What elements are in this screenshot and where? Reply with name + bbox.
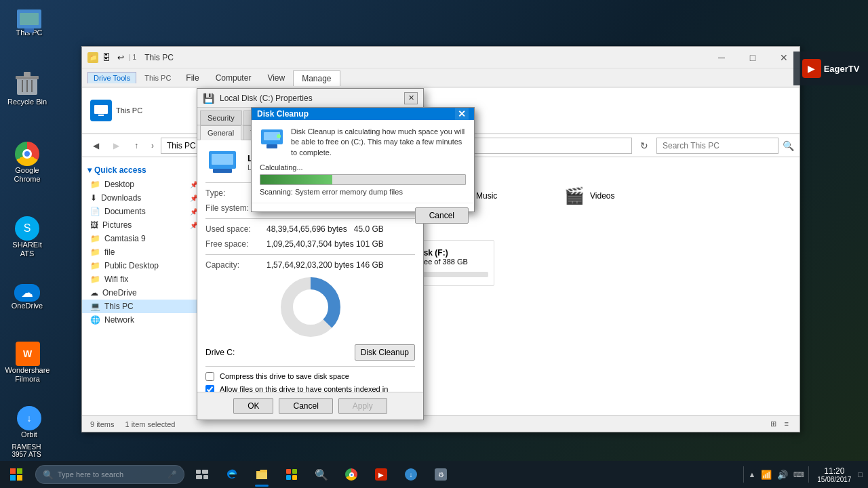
taskbar-app3[interactable]: ⚙ — [426, 461, 456, 488]
tab-view[interactable]: View — [259, 70, 293, 85]
taskbar-file-explorer[interactable] — [247, 461, 277, 488]
sidebar-item-pictures[interactable]: 🖼 Pictures 📌 — [82, 218, 203, 232]
index-checkbox-row[interactable]: Allow files on this drive to have conten… — [205, 385, 415, 392]
taskbar-chrome[interactable] — [336, 461, 366, 488]
svg-rect-14 — [212, 154, 233, 165]
desktop-icon-onedrive[interactable]: ☁ OneDrive — [3, 281, 51, 313]
keyboard-icon[interactable]: ⌨ — [793, 470, 804, 479]
logo-icon: ▶ — [802, 59, 821, 78]
sidebar-item-onedrive[interactable]: ☁ OneDrive — [82, 286, 203, 300]
network-tray-icon[interactable]: 📶 — [761, 470, 772, 480]
index-checkbox[interactable] — [205, 385, 214, 392]
taskbar-store[interactable] — [277, 461, 307, 488]
quick-access-toolbar-1[interactable]: 🗄 — [100, 52, 113, 64]
svg-rect-29 — [286, 469, 291, 474]
logo-area: ▶ EagerTV — [793, 52, 868, 85]
cleanup-cancel-button[interactable]: Cancel — [415, 207, 469, 224]
compress-checkbox[interactable] — [205, 372, 214, 381]
quick-access-toolbar-2[interactable]: ↩ — [115, 52, 127, 64]
cleanup-footer: Cancel — [252, 203, 474, 228]
apply-button[interactable]: Apply — [338, 398, 387, 414]
search-app-icon: 🔍 — [315, 468, 328, 481]
taskbar-search[interactable]: 🔍 Type here to search 🎤 — [35, 465, 184, 484]
disk-cleanup-button[interactable]: Disk Cleanup — [355, 344, 415, 361]
taskbar-app2[interactable]: ↓ — [396, 461, 426, 488]
chevron-down-icon: ▾ — [87, 165, 92, 175]
free-space-label: Free space: — [205, 239, 267, 249]
large-icons-view-button[interactable]: ⊞ — [768, 418, 779, 430]
desktop-icon-chrome[interactable]: Google Chrome — [3, 139, 51, 186]
sidebar-item-desktop[interactable]: 📁 Desktop 📌 — [82, 178, 203, 191]
svg-rect-21 — [10, 468, 16, 474]
app3-icon: ⚙ — [435, 468, 447, 481]
sidebar-item-file[interactable]: 📁 file — [82, 245, 203, 259]
taskbar-task-view[interactable] — [187, 461, 217, 488]
disk-cleanup-dialog: Disk Cleanup ✕ Disk Cleanup is calculati… — [251, 107, 475, 212]
tab-file[interactable]: File — [178, 70, 207, 85]
properties-close-button[interactable]: ✕ — [404, 92, 418, 104]
svg-rect-2 — [24, 72, 31, 77]
taskbar-search-placeholder: Type here to search — [58, 470, 123, 479]
shareit-icon: S — [15, 216, 39, 241]
svg-rect-24 — [17, 475, 22, 481]
sidebar-item-downloads[interactable]: ⬇ Downloads 📌 — [82, 191, 203, 205]
desktop-icon-this-pc[interactable]: This PC — [5, 7, 53, 40]
drive-c-label: Drive C: — [205, 348, 235, 357]
desktop-icon-orbit[interactable]: ↓ Orbit — [5, 403, 53, 442]
free-space-row: Free space: 1,09,25,40,37,504 bytes 101 … — [205, 239, 415, 249]
cancel-button[interactable]: Cancel — [279, 398, 332, 414]
compress-checkbox-row[interactable]: Compress this drive to save disk space — [205, 372, 415, 381]
desktop-icon-wondershare[interactable]: W Wondershare Filmora — [2, 339, 53, 386]
capacity-label: Capacity: — [205, 260, 267, 270]
start-button[interactable] — [0, 461, 33, 488]
taskbar-search-app[interactable]: 🔍 — [307, 461, 336, 488]
sidebar-item-thispc[interactable]: 💻 This PC — [82, 300, 203, 313]
orbit-icon: ↓ — [17, 406, 41, 430]
search-icon[interactable]: 🔍 — [783, 140, 794, 151]
up-arrow-icon[interactable]: ▲ — [748, 470, 755, 479]
search-input[interactable] — [656, 138, 778, 154]
svg-rect-32 — [292, 475, 297, 480]
taskbar-app1[interactable]: ▶ — [366, 461, 396, 488]
taskbar-edge[interactable] — [217, 461, 247, 488]
free-space-value: 1,09,25,40,37,504 bytes 101 GB — [267, 239, 415, 249]
desktop-icon-recycle-bin[interactable]: Recycle Bin — [3, 68, 51, 109]
ribbon-this-pc-label: This PC — [116, 106, 142, 115]
tab-manage[interactable]: Manage — [293, 70, 340, 86]
tab-computer[interactable]: Computer — [208, 70, 260, 85]
tab-general[interactable]: General — [200, 125, 241, 140]
desktop: This PC Recycle Bin Google Chrome S SHAR… — [0, 0, 868, 488]
clock[interactable]: 11:20 15/08/2017 — [813, 465, 855, 485]
forward-button[interactable]: ▶ — [108, 138, 124, 154]
properties-footer: OK Cancel Apply — [197, 392, 423, 420]
sidebar-quick-access[interactable]: ▾ Quick access — [82, 163, 203, 178]
title-bar-title: This PC — [144, 53, 174, 62]
sidebar-item-network[interactable]: 🌐 Network — [82, 313, 203, 327]
videos-folder-icon: 🎬 — [564, 186, 585, 205]
sidebar-item-public-desktop[interactable]: 📁 Public Desktop — [82, 259, 203, 272]
sidebar-item-camtasia[interactable]: 📁 Camtasia 9 — [82, 232, 203, 245]
disk-usage-chart — [205, 277, 415, 338]
folder-item-videos[interactable]: 🎬 Videos — [557, 182, 665, 210]
sidebar-item-documents[interactable]: 📄 Documents 📌 — [82, 205, 203, 218]
volume-icon[interactable]: 🔊 — [777, 470, 788, 480]
maximize-button[interactable]: □ — [737, 47, 768, 68]
sidebar-item-wifi[interactable]: 📁 Wifi fix — [82, 272, 203, 286]
refresh-button[interactable]: ↻ — [636, 138, 652, 154]
title-bar-controls: ─ □ ✕ — [706, 47, 800, 68]
ok-button[interactable]: OK — [233, 398, 273, 414]
details-view-button[interactable]: ≡ — [782, 418, 791, 430]
notification-icon[interactable]: □ — [858, 470, 863, 479]
tab-security[interactable]: Security — [200, 110, 242, 125]
up-button[interactable]: ↑ — [128, 138, 144, 154]
cleanup-close-button[interactable]: ✕ — [455, 108, 469, 120]
taskbar: 🔍 Type here to search 🎤 — [0, 461, 868, 488]
back-button[interactable]: ◀ — [87, 138, 104, 154]
calculating-label: Calculating... — [260, 163, 466, 171]
desktop-icon-shareit[interactable]: S SHAREit ATS — [3, 214, 51, 261]
sidebar-thispc-label: This PC — [104, 302, 134, 311]
svg-rect-28 — [203, 475, 208, 479]
minimize-button[interactable]: ─ — [706, 47, 737, 68]
sidebar-camtasia-label: Camtasia 9 — [104, 234, 146, 243]
logo-text: EagerTV — [824, 64, 860, 74]
